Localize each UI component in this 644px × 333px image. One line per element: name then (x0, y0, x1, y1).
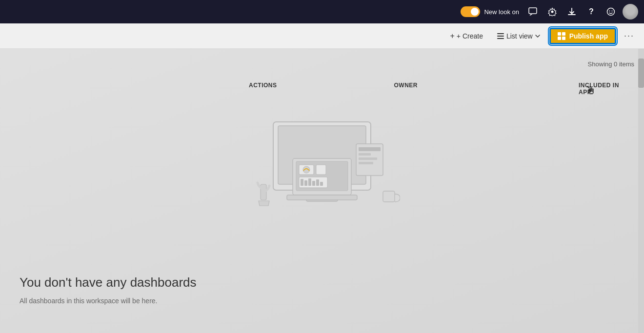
smiley-icon[interactable] (603, 4, 619, 20)
column-headers: ACTIONS OWNER INCLUDED IN APP (0, 82, 644, 96)
list-view-icon (497, 32, 504, 40)
publish-app-label: Publish app (569, 32, 608, 40)
help-icon[interactable]: ? (584, 4, 599, 20)
showing-items: Showing 0 items (588, 60, 634, 68)
toolbar: + + Create List view Publish app ··· (0, 23, 644, 49)
col-header-actions: ACTIONS (249, 82, 277, 96)
svg-rect-14 (287, 195, 357, 200)
svg-rect-22 (312, 181, 315, 186)
publish-app-grid-icon (558, 32, 565, 40)
svg-point-4 (612, 11, 613, 12)
svg-point-2 (607, 8, 615, 16)
svg-rect-6 (497, 36, 504, 37)
new-look-label: New look on (484, 8, 519, 16)
download-icon[interactable] (564, 4, 580, 20)
main-content: Showing 0 items ACTIONS OWNER INCLUDED I… (0, 49, 644, 333)
empty-state-illustration (244, 112, 400, 210)
chevron-down-icon (535, 33, 541, 39)
avatar-image (623, 4, 638, 20)
more-options-button[interactable]: ··· (620, 29, 638, 43)
empty-subtitle: All dashboards in this workspace will be… (20, 297, 157, 305)
scrollbar[interactable] (638, 49, 644, 333)
svg-rect-5 (497, 33, 504, 34)
scrollbar-thumb[interactable] (638, 59, 644, 88)
col-header-owner: OWNER (394, 82, 418, 96)
empty-title: You don't have any dashboards (20, 275, 197, 290)
settings-icon[interactable] (544, 4, 560, 20)
create-button[interactable]: + + Create (445, 29, 488, 43)
svg-rect-29 (359, 162, 373, 164)
col-header-included: INCLUDED IN APP (579, 82, 624, 96)
svg-point-1 (551, 11, 554, 13)
svg-rect-23 (316, 179, 319, 186)
svg-point-3 (609, 11, 610, 12)
new-look-toggle-container: New look on (461, 6, 519, 17)
svg-rect-19 (301, 179, 303, 186)
svg-rect-31 (383, 191, 395, 202)
svg-rect-26 (359, 147, 381, 151)
create-icon: + (450, 32, 455, 40)
svg-rect-16 (316, 165, 326, 175)
svg-rect-20 (304, 180, 307, 186)
publish-app-button[interactable]: Publish app (549, 28, 616, 44)
chat-icon[interactable] (525, 4, 541, 20)
svg-rect-0 (529, 8, 537, 14)
svg-rect-28 (359, 157, 377, 160)
create-label: + Create (457, 32, 483, 40)
avatar[interactable] (623, 4, 638, 20)
top-navigation: New look on ? (0, 0, 644, 23)
list-view-button[interactable]: List view (492, 29, 545, 43)
more-options-icon: ··· (624, 31, 634, 41)
new-look-toggle[interactable] (461, 6, 480, 17)
svg-rect-24 (320, 182, 323, 186)
svg-rect-21 (308, 178, 311, 186)
list-view-label: List view (506, 32, 533, 40)
svg-rect-7 (497, 38, 504, 39)
svg-rect-27 (359, 153, 371, 156)
